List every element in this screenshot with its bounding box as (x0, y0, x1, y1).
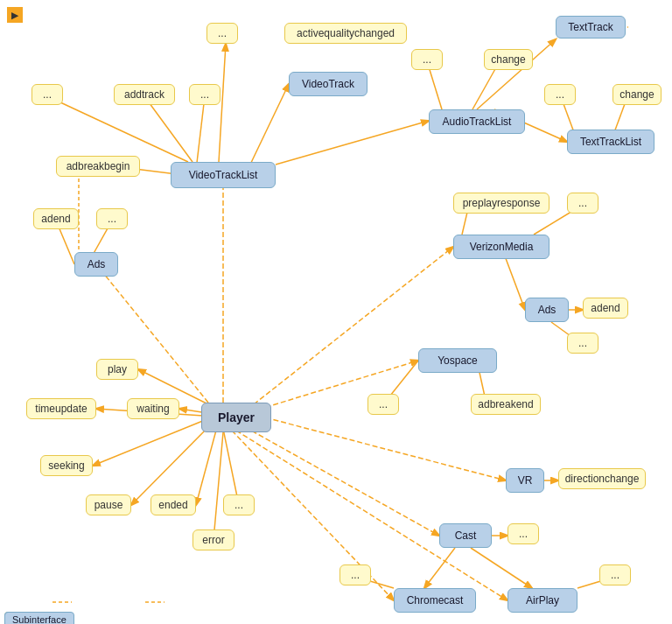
node-pause: pause (86, 494, 131, 515)
node-ellipsis_ads: ... (96, 208, 128, 229)
node-ellipsis_airplay: ... (599, 564, 631, 585)
node-textTrack: TextTrack (556, 16, 626, 39)
node-cast: Cast (439, 523, 492, 548)
svg-line-1 (96, 264, 208, 403)
svg-line-13 (197, 96, 205, 163)
node-seeking: seeking (40, 455, 93, 476)
node-adend_left: adend (33, 208, 79, 229)
svg-line-42 (131, 425, 210, 505)
node-ellipsis_tt: ... (544, 84, 576, 105)
svg-line-45 (214, 432, 223, 540)
node-waiting: waiting (127, 398, 179, 419)
node-play: play (96, 359, 138, 380)
node-ellipsis_cast: ... (508, 523, 539, 544)
node-ellipsis_yo: ... (368, 394, 399, 415)
node-videoTrackList: VideoTrackList (171, 162, 276, 188)
svg-line-5 (245, 427, 439, 536)
node-change_atl: change (484, 49, 533, 70)
node-yospace: Yospace (418, 348, 497, 373)
node-ended: ended (150, 494, 196, 515)
node-audioTrackList: AudioTrackList (429, 109, 525, 134)
node-videoTrack: VideoTrack (289, 72, 368, 96)
node-adbreakend: adbreakend (471, 394, 541, 415)
svg-line-9 (276, 121, 429, 165)
svg-line-35 (471, 548, 532, 588)
node-addtrack: addtrack (114, 84, 175, 105)
svg-line-43 (196, 427, 217, 505)
app-logo: ▶ (7, 7, 23, 23)
svg-line-11 (144, 96, 192, 162)
svg-line-4 (258, 416, 506, 480)
svg-line-41 (93, 420, 205, 466)
node-ads_right: Ads (525, 298, 569, 322)
node-ellipsis_ads_r: ... (567, 333, 598, 354)
svg-line-2 (254, 247, 453, 404)
svg-line-8 (249, 84, 289, 166)
node-chromecast: Chromecast (394, 588, 476, 613)
node-directionchange: directionchange (558, 468, 646, 489)
svg-line-44 (223, 429, 239, 505)
node-player: Player (201, 403, 271, 432)
node-change_ttl: change (612, 84, 662, 105)
node-adend_right: adend (583, 298, 628, 319)
node-ellipsis_cast2: ... (340, 564, 371, 585)
node-adbreakbegin: adbreakbegin (56, 156, 140, 177)
node-ellipsis_vtl_left: ... (32, 84, 63, 105)
node-airplay: AirPlay (508, 588, 578, 613)
node-timeupdate: timeupdate (26, 398, 96, 419)
svg-line-10 (219, 44, 226, 162)
node-ellipsis_bot: ... (223, 494, 255, 515)
svg-line-7 (236, 431, 508, 600)
node-vr: VR (506, 468, 544, 493)
node-ellipsis_vtl2: ... (189, 84, 220, 105)
node-ellipsis_atl: ... (411, 49, 443, 70)
node-ellipsis_vm: ... (567, 193, 598, 214)
svg-line-12 (47, 96, 188, 162)
node-activequalitychanged: activequalitychanged (284, 23, 407, 44)
svg-line-34 (424, 548, 455, 588)
legend-subinterface: Subinterface (4, 612, 74, 624)
node-ellipsis_top: ... (206, 23, 238, 44)
node-ads_left: Ads (74, 252, 118, 277)
node-verizonMedia: VerizonMedia (453, 235, 550, 259)
node-error: error (192, 529, 234, 550)
node-textTrackList: TextTrackList (567, 130, 654, 154)
node-preplayresponse: preplayresponse (453, 193, 550, 214)
